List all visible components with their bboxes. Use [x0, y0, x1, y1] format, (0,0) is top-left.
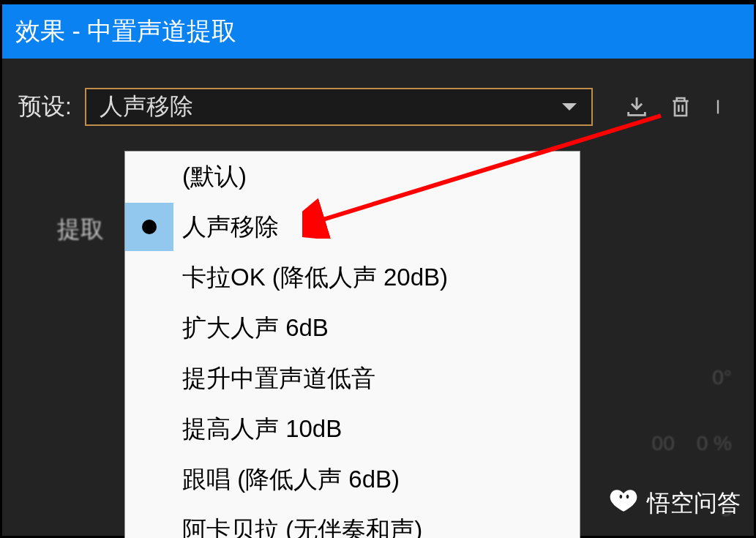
- bg-value-3: 0 %: [697, 414, 732, 473]
- watermark-logo-icon: [607, 485, 640, 523]
- extract-section-label: 提取: [57, 214, 104, 246]
- menu-item-boost-center-bass[interactable]: 提升中置声道低音: [125, 354, 580, 404]
- menu-item-karaoke[interactable]: 卡拉OK (降低人声 20dB): [125, 253, 580, 303]
- menu-item-default[interactable]: (默认): [125, 152, 580, 202]
- save-preset-icon[interactable]: [624, 94, 650, 120]
- preset-dropdown-menu: (默认) 人声移除 卡拉OK (降低人声 20dB) 扩大人声 6dB 提升中置…: [124, 151, 580, 538]
- menu-item-sing-along[interactable]: 跟唱 (降低人声 6dB): [125, 455, 580, 505]
- preset-dropdown[interactable]: 人声移除: [85, 88, 593, 126]
- favorite-icon[interactable]: [711, 94, 738, 120]
- chevron-down-icon: [562, 103, 577, 111]
- window-title: 效果 - 中置声道提取: [15, 15, 236, 48]
- content-area: 预设: 人声移除: [2, 59, 754, 142]
- bg-value-1: 0°: [652, 348, 732, 407]
- menu-item-vocal-remove[interactable]: 人声移除: [125, 202, 580, 253]
- watermark-text: 悟空问答: [647, 487, 741, 520]
- dropdown-selected-value: 人声移除: [97, 91, 562, 123]
- menu-item-raise-vocal[interactable]: 提高人声 10dB: [125, 404, 580, 455]
- title-bar: 效果 - 中置声道提取: [2, 4, 754, 59]
- menu-item-acapella[interactable]: 阿卡贝拉 (无伴奏和声): [125, 505, 580, 538]
- watermark: 悟空问答: [607, 485, 741, 523]
- preset-label: 预设:: [18, 91, 72, 123]
- toolbar-icons: [624, 94, 738, 120]
- menu-item-boost-vocal[interactable]: 扩大人声 6dB: [125, 303, 580, 354]
- bg-value-2: 00: [652, 414, 675, 473]
- delete-preset-icon[interactable]: [667, 94, 694, 120]
- preset-row: 预设: 人声移除: [18, 88, 738, 126]
